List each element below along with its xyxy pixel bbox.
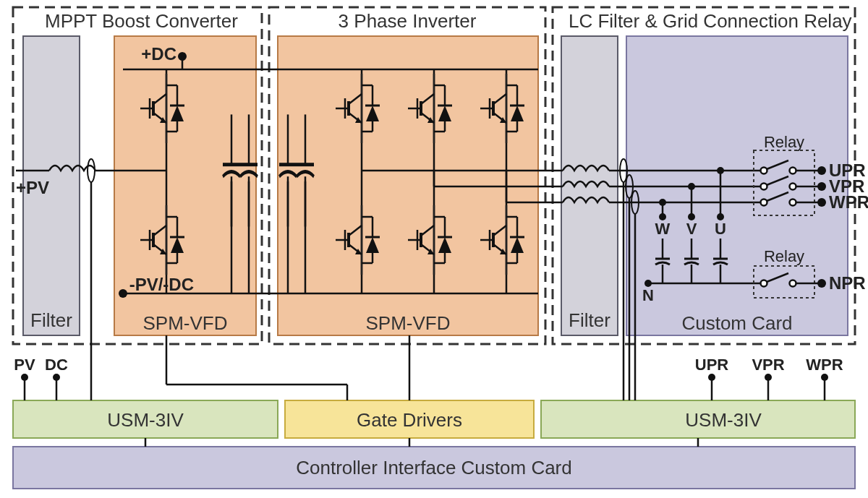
label-wpr-sense: WPR bbox=[806, 356, 843, 374]
block-filter-right-label: Filter bbox=[569, 309, 610, 331]
section-title-mppt: MPPT Boost Converter bbox=[45, 10, 238, 32]
block-gate-drivers-label: Gate Drivers bbox=[357, 409, 462, 431]
label-pv: PV bbox=[14, 356, 35, 374]
current-sensor-pv bbox=[88, 159, 95, 182]
label-dc: DC bbox=[45, 356, 68, 374]
section-title-lcfilter: LC Filter & Grid Connection Relay bbox=[569, 10, 852, 32]
terminal-pv-plus: +PV bbox=[16, 178, 49, 197]
label-v: V bbox=[686, 220, 697, 238]
block-usm-right-label: USM-3IV bbox=[685, 409, 762, 431]
label-upr-sense: UPR bbox=[695, 356, 729, 374]
svg-point-53 bbox=[817, 166, 826, 175]
relay-n-label: Relay bbox=[764, 247, 804, 265]
block-custom-card-label: Custom Card bbox=[681, 312, 792, 334]
terminal-wpr: WPR bbox=[829, 192, 868, 212]
relay-3ph-label: Relay bbox=[764, 133, 804, 151]
label-vpr-sense: VPR bbox=[752, 356, 784, 374]
svg-point-54 bbox=[817, 182, 826, 191]
block-usm-left-label: USM-3IV bbox=[107, 409, 184, 431]
block-controller-card-label: Controller Interface Custom Card bbox=[296, 457, 571, 478]
block-spm-right-label: SPM-VFD bbox=[366, 312, 451, 334]
label-w: W bbox=[655, 220, 671, 238]
svg-point-55 bbox=[817, 198, 826, 207]
section-title-inverter: 3 Phase Inverter bbox=[339, 10, 477, 32]
label-u: U bbox=[715, 220, 726, 238]
terminal-pvdc-minus: -PV/-DC bbox=[129, 275, 194, 294]
terminal-pvdc-minus-node bbox=[119, 289, 127, 298]
terminal-dc-plus: +DC bbox=[141, 44, 176, 64]
block-filter-left-label: Filter bbox=[30, 309, 72, 331]
block-spm-left-label: SPM-VFD bbox=[143, 312, 228, 334]
label-n: N bbox=[642, 286, 654, 304]
terminal-npr: NPR bbox=[829, 273, 866, 293]
svg-point-57 bbox=[817, 279, 826, 288]
